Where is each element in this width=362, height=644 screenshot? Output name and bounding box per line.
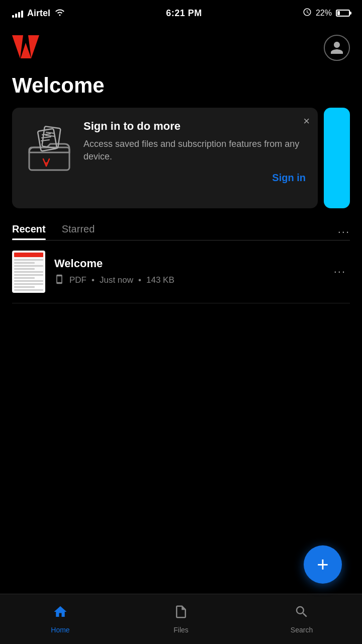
file-list: Welcome PDF • Just now • 143 KB ···	[0, 240, 362, 303]
tabs-more-button[interactable]: ···	[338, 225, 350, 238]
file-device-icon	[54, 274, 64, 287]
cards-area: ×	[0, 108, 362, 208]
file-timestamp: Just now	[100, 275, 133, 285]
tab-recent[interactable]: Recent	[12, 223, 46, 240]
alarm-icon	[303, 8, 312, 19]
file-dot-1: •	[92, 275, 95, 285]
home-icon	[53, 604, 68, 623]
sign-in-link[interactable]: Sign in	[83, 172, 306, 184]
profile-button[interactable]	[324, 35, 350, 61]
card-close-button[interactable]: ×	[303, 116, 310, 127]
tabs-header: Recent Starred ···	[12, 223, 350, 240]
battery-percent: 22%	[316, 9, 332, 18]
status-carrier-area: Airtel	[12, 8, 65, 19]
fab-add-button[interactable]: +	[304, 545, 342, 584]
nav-item-search[interactable]: Search	[241, 599, 362, 639]
status-bar: Airtel 6:21 PM 22%	[0, 0, 362, 26]
file-thumbnail	[12, 251, 45, 293]
card-illustration	[24, 120, 74, 177]
files-icon	[173, 604, 189, 623]
file-type: PDF	[69, 275, 86, 285]
cyan-card-peek	[324, 108, 350, 208]
nav-label-search: Search	[291, 626, 313, 634]
nav-label-files: Files	[173, 626, 189, 634]
carrier-name: Airtel	[27, 8, 50, 19]
file-meta: PDF • Just now • 143 KB	[54, 274, 321, 287]
nav-item-files[interactable]: Files	[121, 599, 241, 639]
nav-label-home: Home	[51, 626, 69, 634]
tabs-section: Recent Starred ···	[0, 208, 362, 240]
card-text: Sign in to do more Access saved files an…	[83, 120, 306, 184]
sign-in-card: ×	[12, 108, 318, 208]
status-time: 6:21 PM	[166, 8, 202, 19]
file-size: 143 KB	[146, 275, 174, 285]
adobe-logo	[12, 33, 39, 62]
nav-item-home[interactable]: Home	[0, 599, 121, 639]
tab-starred[interactable]: Starred	[62, 223, 95, 240]
file-item: Welcome PDF • Just now • 143 KB ···	[12, 240, 350, 303]
status-right-area: 22%	[303, 8, 350, 19]
file-more-button[interactable]: ···	[330, 261, 350, 282]
wifi-icon	[54, 8, 65, 19]
svg-line-8	[46, 135, 55, 136]
svg-line-7	[46, 132, 54, 133]
file-name: Welcome	[54, 257, 321, 270]
tabs-list: Recent Starred	[12, 223, 95, 240]
file-dot-2: •	[138, 275, 141, 285]
page-title: Welcome	[0, 69, 362, 108]
search-icon	[294, 604, 309, 623]
card-description: Access saved files and subscription feat…	[83, 138, 306, 163]
bottom-nav: Home Files Search	[0, 594, 362, 644]
battery-icon	[336, 10, 350, 17]
app-header	[0, 26, 362, 69]
signal-icon	[12, 9, 23, 18]
card-headline: Sign in to do more	[83, 120, 306, 133]
file-info: Welcome PDF • Just now • 143 KB	[54, 257, 321, 287]
